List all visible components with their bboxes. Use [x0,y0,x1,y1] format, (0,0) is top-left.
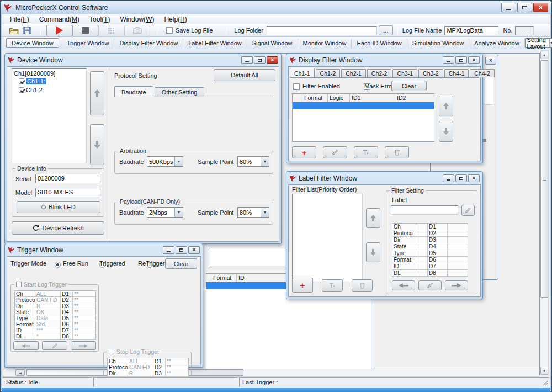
tab-ch2-2[interactable]: Ch2-2 [367,69,392,77]
close-icon[interactable]: × [468,174,480,182]
chevron-down-icon[interactable]: ▼ [174,208,183,217]
browse-button[interactable]: ... [379,25,393,35]
next-button[interactable] [71,341,96,350]
delete-label-filter-button[interactable] [352,279,373,292]
stop-button[interactable] [72,25,98,36]
label-filter-titlebar[interactable]: Label Filter WIndow × [288,172,481,184]
arbitration-baudrate-combo[interactable]: 500Kbps ▼ [147,156,183,167]
scroll-up-icon[interactable]: ▲ [540,51,548,59]
menu-tool[interactable]: Tool(T) [84,15,115,24]
close-icon[interactable]: × [533,3,548,12]
chevron-down-icon[interactable]: ▼ [261,157,269,166]
tab-ch2-1[interactable]: Ch2-1 [341,69,366,77]
tab-ch3-2[interactable]: Ch3-2 [418,69,443,77]
label-field-row[interactable]: Ch D1 [392,224,468,230]
edit-field-button[interactable] [418,280,442,290]
tree-item-ch1-2[interactable]: Ch1-2: [19,86,86,94]
label-field-row[interactable]: Protoco D2 [392,230,468,237]
close-icon[interactable]: × [468,56,480,64]
prev-button[interactable] [392,280,415,290]
tab-ch4-1[interactable]: Ch4-1 [444,69,469,77]
free-run-radio[interactable] [55,262,61,268]
minimize-icon[interactable] [241,56,253,64]
payload-baudrate-combo[interactable]: 2Mbps ▼ [147,207,183,218]
channel-checkbox[interactable] [19,78,24,84]
chevron-down-icon[interactable]: ▼ [174,157,183,166]
stop-log-trigger-checkbox[interactable] [109,349,114,354]
vscroll-thumb[interactable] [540,60,548,298]
close-icon[interactable]: × [188,246,200,254]
maximize-icon[interactable] [455,174,467,182]
tab-analyze-window[interactable]: Analyze Window [469,39,524,47]
snapshot-button[interactable] [124,25,150,36]
tree-item-label[interactable]: Ch1-1: [26,78,46,84]
device-window-titlebar[interactable]: Device Window × [7,54,279,66]
add-filter-button[interactable]: + [292,146,316,158]
label-input[interactable] [391,205,458,215]
arbitration-sample-combo[interactable]: 80% ▼ [237,156,269,167]
label-field-row[interactable]: Type D5 [392,250,468,257]
delete-filter-button[interactable] [385,146,409,158]
label-field-row[interactable]: Format D6 [392,257,468,263]
tab-label-filter-window[interactable]: Label Filter Window [183,39,247,47]
save-button[interactable] [20,25,34,36]
blink-led-button[interactable]: Blink LED [17,201,100,213]
tab-monitor-window[interactable]: Monitor Window [298,39,352,47]
chevron-down-icon[interactable]: ▼ [549,39,552,47]
filter-down-button[interactable] [439,121,453,142]
label-field-row[interactable]: DL D8 [392,270,468,277]
tab-trigger-window[interactable]: Trigger Window [62,39,115,47]
close-icon[interactable]: × [267,56,278,64]
tab-each-id-window[interactable]: Each ID Window [352,39,407,47]
log-file-name-input[interactable] [444,26,498,35]
filter-priority-list[interactable] [292,194,363,282]
start-button[interactable] [46,25,72,36]
tree-root[interactable]: Ch1[01200009] [12,69,86,77]
tab-device-window[interactable]: Device Window [6,38,59,48]
menu-window[interactable]: Window(W) [115,15,159,24]
mdi-hscrollbar[interactable]: ◀ [3,369,539,377]
menu-help[interactable]: Help(H) [159,15,192,24]
tab-ch1-2[interactable]: Ch1-2 [316,69,341,77]
edit-label-button[interactable] [461,205,475,216]
scroll-down-icon[interactable]: ▼ [540,367,548,375]
apply-label-filter-button[interactable] [322,279,343,292]
maximize-icon[interactable] [254,56,266,64]
maximize-icon[interactable] [455,56,467,64]
filter-up-button[interactable] [439,96,453,116]
device-refresh-button[interactable]: Device Refresh [12,221,104,235]
chevron-down-icon[interactable]: ▼ [261,208,269,217]
add-label-filter-button[interactable]: + [292,278,313,293]
next-button[interactable] [445,280,468,290]
tab-ch3-1[interactable]: Ch3-1 [392,69,417,77]
maximize-icon[interactable] [517,3,532,12]
display-filter-titlebar[interactable]: Display Filter Window × [288,54,481,66]
priority-down-button[interactable] [366,242,380,262]
minimize-icon[interactable] [163,246,174,254]
free-run-label[interactable]: Free Run [63,260,88,267]
layout-combo[interactable]: Setting Layout ▼ [525,38,552,48]
minimize-icon[interactable] [501,3,516,12]
selected-row[interactable] [293,102,434,109]
clear-button[interactable]: Clear [391,81,427,91]
channel-up-button[interactable] [90,71,104,115]
open-button[interactable] [7,25,20,36]
tab-simulation-window[interactable]: Simulation Window [407,39,470,47]
menu-command[interactable]: Command(M) [34,15,84,24]
label-field-row[interactable]: State D4 [392,243,468,250]
minimize-icon[interactable] [443,56,454,64]
maximize-icon[interactable] [176,246,187,254]
mdi-vscrollbar[interactable]: ▲ ▼ [540,50,549,375]
tree-item-label[interactable]: Ch1-2: [26,87,44,93]
scroll-left-icon[interactable]: ◀ [15,369,25,376]
channel-tree[interactable]: Ch1[01200009] Ch1-1: Ch1-2: [12,68,87,163]
label-field-row[interactable]: Dir D3 [392,237,468,243]
edit-filter-button[interactable] [323,146,347,158]
channel-down-button[interactable] [90,124,104,165]
main-titlebar[interactable]: MicroPeckerX Control Software × [1,1,551,14]
tab-ch4-2[interactable]: Ch4-2 [470,69,495,77]
tab-ch1-1[interactable]: Ch1-1 [290,68,315,77]
log-folder-input[interactable] [267,26,377,35]
apply-filter-button[interactable] [354,146,378,158]
resize-grip[interactable] [542,380,548,386]
